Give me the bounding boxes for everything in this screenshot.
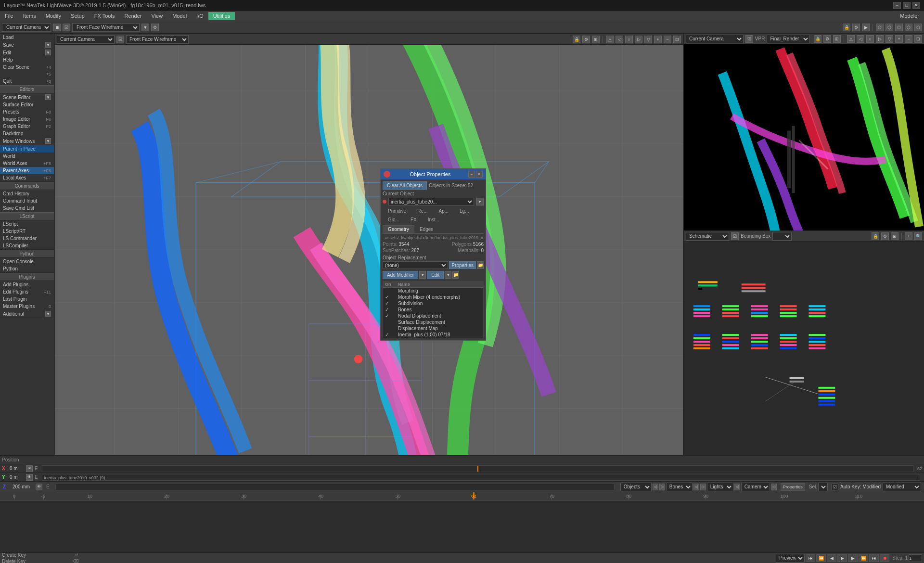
current-object-select[interactable]: inertia_plus_tube20...: [388, 198, 474, 205]
dropdown-icon[interactable]: ▼: [141, 24, 149, 31]
cam-nav4[interactable]: ▷: [876, 35, 884, 43]
sch-expand-icon[interactable]: ⊞: [891, 232, 898, 240]
object-select-dropdown[interactable]: ▼: [476, 198, 484, 205]
sidebar-last-plugin[interactable]: Last Plugin: [0, 295, 54, 303]
nav-icon3[interactable]: ⬡: [895, 24, 903, 31]
cam-lock-icon[interactable]: 🔒: [814, 35, 821, 43]
preview-select[interactable]: Preview: [776, 554, 805, 563]
objects-nav-left[interactable]: ◁: [653, 484, 658, 490]
sidebar-edit[interactable]: Edit ▼: [0, 49, 54, 56]
nav-icon4[interactable]: ⬡: [905, 24, 912, 31]
cam-expand-icon[interactable]: ⊞: [833, 35, 841, 43]
sidebar-additional[interactable]: Additional ▼: [0, 310, 54, 318]
sidebar-graph-editor[interactable]: Graph Editor F2: [0, 123, 54, 130]
sidebar-load[interactable]: Load: [0, 34, 54, 41]
replacement-properties-btn[interactable]: Properties: [449, 261, 476, 269]
cam-fit[interactable]: ⊡: [914, 35, 922, 43]
sidebar-surface-editor[interactable]: Surface Editor: [0, 101, 54, 108]
play-to-end-btn[interactable]: ⏭: [869, 554, 879, 562]
bones-nav-left[interactable]: ◁: [693, 484, 699, 490]
step-input[interactable]: [909, 554, 922, 562]
sidebar-clear-item5[interactable]: +5: [0, 71, 54, 77]
menu-render[interactable]: Render: [119, 12, 146, 20]
render-mode-select[interactable]: Final_Render: [767, 35, 810, 43]
sidebar-parent-axes[interactable]: Parent Axes +F6: [0, 167, 54, 174]
modifier-inertia-plus[interactable]: ✓ Inertia_plus (1.00) 07/18: [383, 332, 483, 338]
menu-setup[interactable]: Setup: [66, 12, 90, 20]
menu-utilities[interactable]: Utilities: [208, 12, 235, 20]
tab-primitive[interactable]: Primitive: [383, 207, 411, 215]
tab-glo[interactable]: Glo...: [383, 216, 405, 224]
tab-inst[interactable]: Inst...: [423, 216, 445, 224]
tab-geometry[interactable]: Geometry: [383, 225, 414, 233]
vp-gear-icon[interactable]: ⚙: [582, 36, 590, 43]
sidebar-lscript-rt[interactable]: LScript/RT: [0, 228, 54, 235]
dialog-minimize-btn[interactable]: −: [468, 171, 475, 178]
lights-nav-left[interactable]: ◁: [734, 484, 740, 490]
add-modifier-btn[interactable]: Add Modifier: [383, 271, 418, 279]
settings-icon[interactable]: ⚙: [151, 24, 159, 31]
menu-modify[interactable]: Modify: [41, 12, 66, 20]
camera-icon[interactable]: ⏹: [53, 24, 61, 31]
cam-zoom-in[interactable]: +: [895, 35, 903, 43]
nav-icon2[interactable]: ⬡: [886, 24, 893, 31]
tab-fx[interactable]: FX: [405, 216, 422, 224]
menu-view[interactable]: View: [146, 12, 167, 20]
sidebar-ls-commander[interactable]: LS Commander: [0, 235, 54, 242]
objects-timeline-track[interactable]: [55, 484, 615, 490]
sidebar-python[interactable]: Python: [0, 265, 54, 272]
z-eye-icon[interactable]: 👁: [36, 484, 42, 490]
vp-nav4[interactable]: ▷: [635, 36, 642, 43]
sidebar-clear-scene[interactable]: Clear Scene +4: [0, 64, 54, 71]
vp-lock-icon[interactable]: 🔒: [573, 36, 580, 43]
vp-expand-icon[interactable]: ⊞: [592, 36, 600, 43]
cam-nav2[interactable]: ◁: [857, 35, 864, 43]
maximize-button[interactable]: □: [903, 2, 911, 9]
minimize-button[interactable]: −: [893, 2, 901, 9]
sidebar-presets[interactable]: Presets F8: [0, 108, 54, 115]
replacement-select[interactable]: (none): [383, 261, 448, 269]
modifier-displacement-map[interactable]: Displacement Map: [383, 325, 483, 332]
y-eye-icon[interactable]: 👁: [26, 474, 33, 481]
play-to-start-btn[interactable]: ⏮: [806, 554, 815, 562]
timeline-track-area[interactable]: 0 -5 10 20 30 40 50 62 70 80: [0, 492, 924, 552]
nav-icon1[interactable]: ⬡: [876, 24, 884, 31]
prev-key-btn[interactable]: ⏪: [816, 554, 826, 562]
auto-key-checkbox[interactable]: ☑: [832, 484, 838, 490]
cameras-nav-left[interactable]: ◁: [771, 484, 777, 490]
cam-gear-icon[interactable]: ⚙: [823, 35, 831, 43]
cameras-select[interactable]: Cameras: [741, 483, 770, 491]
viewport-camera-select[interactable]: Current Camera: [57, 35, 115, 44]
vp-nav2[interactable]: ◁: [616, 36, 623, 43]
vp-nav5[interactable]: ▽: [644, 36, 652, 43]
menu-model[interactable]: Model: [167, 12, 192, 20]
objects-nav-right[interactable]: ▷: [659, 484, 665, 490]
modifier-dropdown-icon[interactable]: ▼: [419, 271, 426, 279]
scene-editor-dropdown[interactable]: ▼: [45, 94, 51, 100]
sidebar-backdrop[interactable]: Backdrop: [0, 130, 54, 137]
auto-key-select[interactable]: Modified: [883, 483, 921, 491]
nav-icon5[interactable]: ⬡: [914, 24, 922, 31]
modifier-nodal-displacement[interactable]: ✓ Nodal Displacement: [383, 313, 483, 319]
sch-checkbox[interactable]: ☑: [731, 232, 739, 240]
replacement-folder-icon[interactable]: 📁: [477, 261, 484, 269]
modifier-morphing[interactable]: Morphing: [383, 288, 483, 294]
modifier-subdivision[interactable]: ✓ Subdivision: [383, 300, 483, 307]
sidebar-lscript[interactable]: LScript: [0, 220, 54, 228]
cam-nav1[interactable]: △: [847, 35, 855, 43]
sidebar-quit[interactable]: Quit +q: [0, 77, 54, 85]
clear-all-objects-btn[interactable]: Clear All Objects: [383, 181, 427, 190]
viewport-checkbox[interactable]: ☑: [116, 36, 124, 43]
menu-items[interactable]: Items: [18, 12, 41, 20]
next-frame-btn[interactable]: ▶: [848, 554, 858, 562]
vp-nav3[interactable]: ○: [625, 36, 633, 43]
modifier-folder-icon[interactable]: 📁: [452, 271, 459, 279]
menu-modeler[interactable]: Modeler: [895, 12, 924, 20]
vp-zoom-in[interactable]: +: [654, 36, 662, 43]
prev-frame-btn[interactable]: ◀: [827, 554, 836, 562]
sch-nav1[interactable]: +: [905, 232, 912, 240]
menu-file[interactable]: File: [0, 12, 18, 20]
sidebar-scene-editor[interactable]: Scene Editor ▼: [0, 93, 54, 101]
cam-nav3[interactable]: ○: [866, 35, 874, 43]
sidebar-local-axes[interactable]: Local Axes +F7: [0, 174, 54, 181]
